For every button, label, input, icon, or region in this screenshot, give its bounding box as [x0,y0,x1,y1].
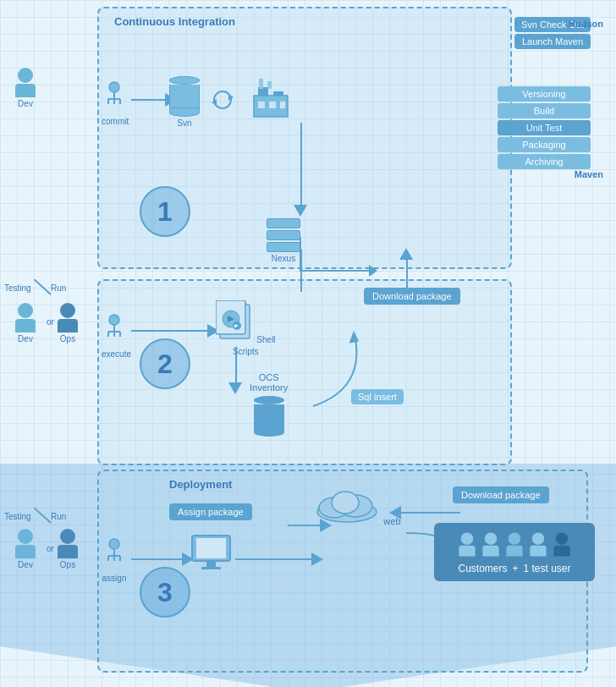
testing-label-3: Testing [4,512,31,521]
section1-label: Continuous Integration [114,15,235,28]
download-package-button-1[interactable]: Download package [364,288,460,305]
main-diagram: Continuous Integration Svn Check Out Lau… [0,0,616,687]
svg-point-31 [109,539,119,549]
maven-packaging: Packaging [498,137,591,152]
svg-rect-9 [273,91,283,96]
svn-label: Svn [177,118,191,128]
ops-person-2: Ops [58,303,78,344]
arrow-execute-scripts [131,324,219,338]
ops-label-3: Ops [60,560,75,569]
execute-icon: execute [102,313,131,359]
customers-box: Customers + 1 test user [434,523,595,581]
dev-label-2: Dev [18,334,33,344]
svg-line-15 [34,279,51,294]
svg-point-16 [109,315,119,325]
commit-icon: commit [102,80,129,126]
number-1: 1 [140,186,190,237]
number-3: 3 [140,567,190,618]
assign-label: assign [102,574,127,583]
svg-rect-38 [206,562,216,568]
maven-box: Versioning Build Unit Test Packaging Arc… [498,85,591,171]
maven-build: Build [498,103,591,118]
sync-icon [210,87,235,115]
commit-label: commit [102,117,129,126]
dev-person-1: Dev [15,68,36,108]
plus-label: + [512,563,518,574]
arrow-assign-cloud [288,519,332,532]
assign-icon: assign [102,537,127,583]
download-package-button-2[interactable]: Download package [453,486,549,503]
svg-marker-41 [369,265,377,277]
deployment-label: Deployment [169,478,232,491]
arrow-assign-monitor [131,552,194,566]
svg-point-29 [332,492,359,514]
svg-rect-37 [196,538,226,558]
arrow-factory-nexus [300,123,302,207]
dev-label-1: Dev [18,99,33,108]
maven-unittest: Unit Test [498,120,591,135]
svg-rect-14 [280,102,285,108]
monitor-icon [188,531,234,576]
maven-label: Maven [575,169,603,179]
svg-rect-13 [269,102,276,108]
dev-label-3: Dev [18,560,33,569]
maven-versioning: Versioning [498,86,591,102]
factory-icon [245,74,296,124]
maven-archiving: Archiving [498,154,591,169]
svg-rect-12 [258,102,265,108]
dev-person-3: Dev [15,529,36,569]
hudson-label: Hudson [569,19,603,29]
assign-package-button[interactable]: Assign package [169,503,252,520]
svg-rect-11 [267,81,272,89]
svg-point-0 [109,82,119,92]
ops-label-2: Ops [60,334,75,344]
svn-icon: Svn [169,76,200,129]
execute-label: execute [102,349,131,359]
ops-person-3: Ops [58,529,78,569]
testing-label-2: Testing [4,283,31,293]
or-label-2: or [47,317,54,327]
svg-rect-10 [259,79,263,89]
arrow-monitor-cloud [235,552,323,566]
test-user-label: 1 test user [524,563,571,574]
customers-label: Customers [458,563,507,574]
arrow-down-nexus [294,205,307,217]
svg-line-30 [34,508,51,523]
launch-maven-button[interactable]: Launch Maven [514,34,591,49]
or-label-3: or [47,544,54,553]
dev-person-2: Dev [15,303,36,344]
arrow-cloud-download [389,506,460,519]
svg-rect-39 [201,567,221,569]
number-2: 2 [140,338,190,389]
